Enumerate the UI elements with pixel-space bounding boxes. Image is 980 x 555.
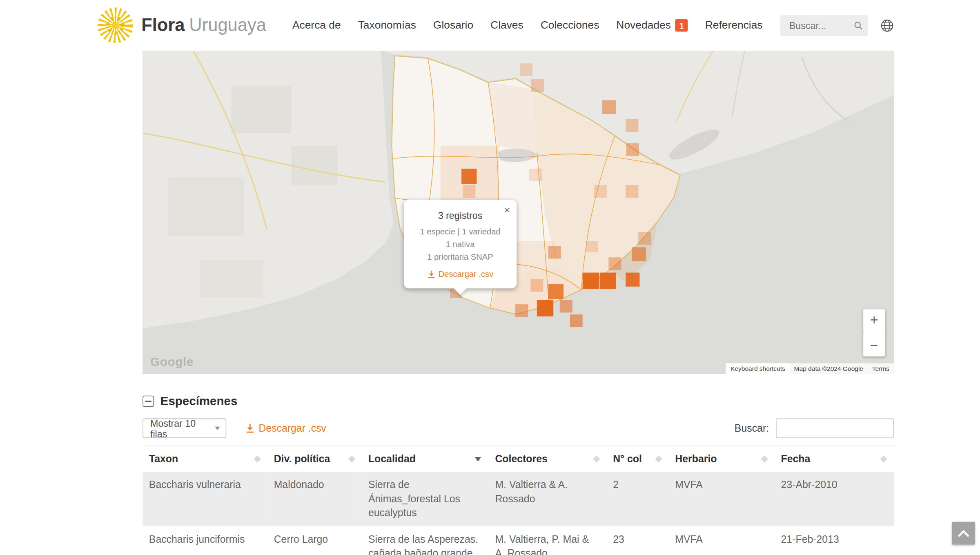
column-header-fecha[interactable]: Fecha [775, 446, 894, 472]
column-header-herbario[interactable]: Herbario [669, 446, 775, 472]
heat-cell[interactable] [531, 79, 544, 92]
nav-item-taxonom-as[interactable]: Taxonomías [358, 19, 416, 32]
main-nav: Acerca deTaxonomíasGlosarioClavesColecci… [292, 19, 763, 32]
column-label: Div. política [274, 453, 330, 464]
download-csv-label: Descargar .csv [258, 423, 326, 434]
specimens-table: TaxonDiv. políticaLocalidadColectoresN° … [143, 446, 894, 555]
table-row[interactable]: Baccharis junciformisCerro LargoSierra d… [143, 526, 894, 555]
heat-cell[interactable] [515, 304, 528, 317]
specimens-section-title: Especímenes [160, 395, 238, 408]
nav-item-label: Referencias [705, 19, 763, 32]
heat-cell[interactable] [529, 169, 542, 181]
table-cell: MVFA [669, 526, 775, 555]
map-zoom-controls: + − [863, 310, 885, 357]
nav-item-acerca-de[interactable]: Acerca de [292, 19, 341, 32]
table-cell: Sierra de Ánimas_forestal Los eucalyptus [362, 472, 488, 526]
novedades-count-badge: 1 [675, 19, 688, 32]
heat-cell[interactable] [632, 247, 646, 261]
nav-item-colecciones[interactable]: Colecciones [541, 19, 599, 32]
heat-cell[interactable] [520, 63, 532, 76]
site-title[interactable]: FloraUruguaya [141, 15, 266, 36]
heat-cell[interactable] [594, 185, 607, 198]
table-cell: Cerro Largo [267, 526, 362, 555]
collapse-section-icon[interactable] [143, 396, 154, 407]
nav-item-glosario[interactable]: Glosario [433, 19, 473, 32]
site-header: FloraUruguaya Acerca deTaxonomíasGlosari… [0, 0, 980, 51]
keyboard-shortcuts-button[interactable]: Keyboard shortcuts [726, 363, 790, 374]
nav-item-referencias[interactable]: Referencias [705, 19, 763, 32]
heat-cell[interactable] [626, 119, 638, 132]
sort-icon [254, 455, 261, 463]
terms-link[interactable]: Terms [868, 363, 894, 374]
language-globe-icon[interactable] [880, 19, 894, 32]
heat-cell[interactable] [626, 273, 639, 287]
sort-icon [761, 455, 768, 463]
chevron-up-icon [957, 529, 971, 538]
nav-item-claves[interactable]: Claves [490, 19, 523, 32]
distribution-map[interactable]: × 3 registros 1 especie | 1 variedad 1 n… [143, 51, 894, 374]
header-search-box[interactable] [780, 15, 868, 36]
column-header-div-pol-tica[interactable]: Div. política [267, 446, 362, 472]
download-icon [427, 270, 435, 279]
sort-icon [880, 455, 887, 463]
heat-cell[interactable] [626, 185, 638, 198]
popup-download-csv-link[interactable]: Descargar .csv [427, 270, 494, 279]
brand-light: Uruguaya [189, 15, 266, 35]
brand-bold: Flora [141, 15, 185, 35]
heat-cell[interactable] [638, 232, 651, 245]
heat-cell[interactable] [602, 100, 616, 114]
heat-cell[interactable] [586, 241, 598, 252]
heat-cell[interactable] [548, 246, 561, 259]
popup-native-line: 1 nativa [410, 238, 510, 251]
heat-cell[interactable] [600, 273, 616, 289]
column-label: Fecha [781, 453, 811, 464]
download-csv-link[interactable]: Descargar .csv [245, 423, 326, 434]
column-header-colectores[interactable]: Colectores [489, 446, 607, 472]
table-cell: MVFA [669, 472, 775, 526]
table-search-input[interactable] [776, 419, 894, 438]
column-label: Taxon [149, 453, 178, 464]
heat-cell[interactable] [530, 279, 543, 292]
nav-item-label: Taxonomías [358, 19, 416, 32]
heat-cell[interactable] [570, 314, 583, 327]
zoom-in-button[interactable]: + [863, 310, 885, 331]
rows-per-page-select[interactable]: Mostrar 10 filas [143, 419, 226, 438]
table-cell: Baccharis junciformis [143, 526, 267, 555]
specimens-section: Especímenes Mostrar 10 filas Descargar .… [143, 395, 894, 555]
flora-logo-icon[interactable] [97, 7, 134, 44]
heat-cell[interactable] [560, 300, 572, 312]
column-header-n-col[interactable]: N° col [607, 446, 669, 472]
rows-per-page-value: Mostrar 10 filas [150, 417, 215, 439]
search-icon[interactable] [854, 20, 863, 31]
column-header-localidad[interactable]: Localidad [362, 446, 488, 472]
column-label: N° col [613, 453, 642, 464]
heat-cell[interactable] [583, 273, 599, 289]
table-row[interactable]: Baccharis vulnerariaMaldonadoSierra de Á… [143, 472, 894, 526]
nav-item-novedades[interactable]: Novedades1 [616, 19, 688, 32]
table-cell: 21-Feb-2013 [775, 526, 894, 555]
heat-cell[interactable] [461, 169, 477, 184]
nav-item-label: Novedades [616, 19, 671, 32]
heat-cell[interactable] [463, 185, 475, 198]
heat-cell[interactable] [608, 257, 621, 270]
table-search-label: Buscar: [735, 423, 769, 434]
map-canvas[interactable] [143, 51, 894, 374]
zoom-out-button[interactable]: − [863, 335, 885, 357]
column-header-taxon[interactable]: Taxon [143, 446, 267, 472]
google-maps-logo: Google [150, 355, 194, 369]
sort-icon [655, 455, 662, 463]
heat-cell[interactable] [537, 300, 553, 316]
table-body: Baccharis vulnerariaMaldonadoSierra de Á… [143, 472, 894, 555]
table-cell: Maldonado [267, 472, 362, 526]
nav-item-label: Glosario [433, 19, 473, 32]
column-label: Herbario [675, 453, 717, 464]
heat-cell[interactable] [626, 143, 639, 156]
table-cell: Sierra de las Asperezas. cañada bañado g… [362, 526, 488, 555]
popup-close-icon[interactable]: × [503, 203, 512, 217]
heat-cell[interactable] [548, 284, 564, 299]
scroll-to-top-button[interactable] [952, 522, 975, 545]
sort-icon [593, 455, 600, 463]
table-cell: M. Valtierra, P. Mai & A. Rossado [489, 526, 607, 555]
column-label: Localidad [368, 453, 416, 464]
header-search-input[interactable] [788, 19, 854, 31]
